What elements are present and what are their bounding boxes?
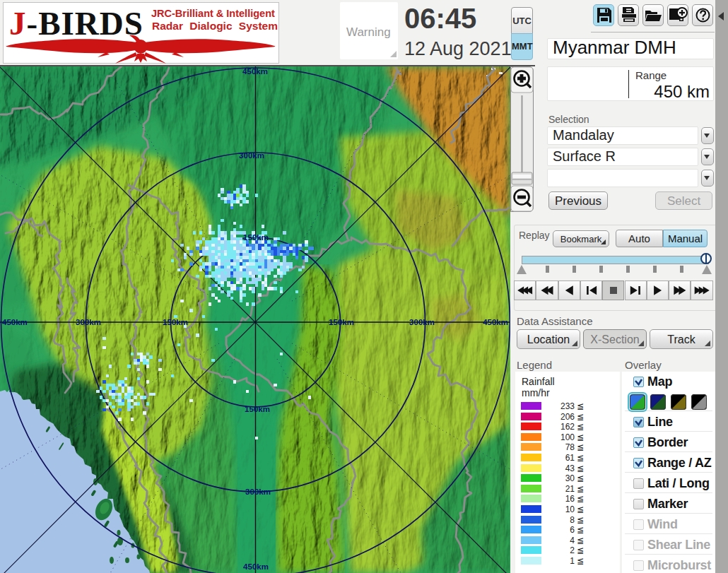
- svg-text:450km: 450km: [242, 67, 268, 76]
- svg-text:150km: 150km: [329, 318, 354, 326]
- svg-text:450km: 450km: [243, 562, 269, 571]
- svg-text:150km: 150km: [243, 233, 269, 242]
- svg-text:150km: 150km: [163, 318, 188, 326]
- svg-text:300km: 300km: [76, 318, 101, 326]
- svg-text:300km: 300km: [239, 151, 264, 160]
- svg-text:150km: 150km: [245, 405, 270, 413]
- svg-text:450km: 450km: [2, 318, 28, 326]
- svg-text:450km: 450km: [483, 318, 508, 326]
- svg-text:300km: 300km: [409, 318, 435, 326]
- svg-text:300km: 300km: [245, 488, 271, 496]
